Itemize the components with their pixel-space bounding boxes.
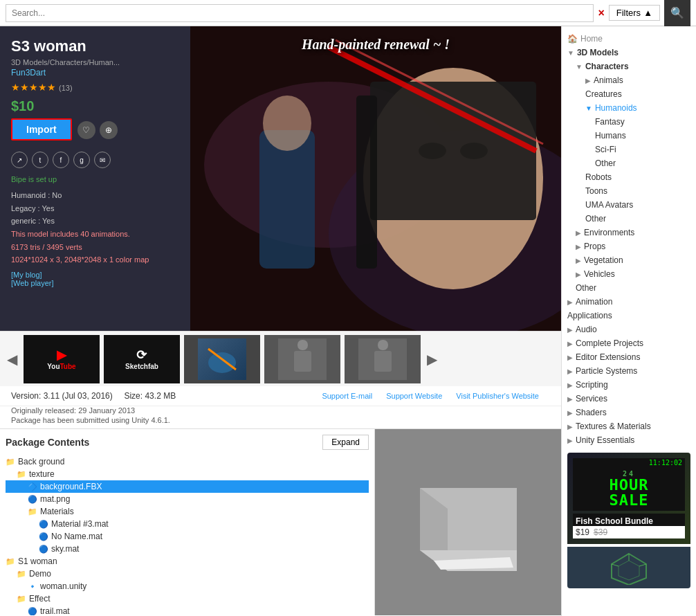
svg-rect-21 <box>385 372 392 378</box>
sidebar-item-home[interactable]: 🏠 Home <box>562 32 696 46</box>
home-icon: 🏠 <box>567 34 578 44</box>
wishlist-icon[interactable]: ♡ <box>77 121 95 139</box>
svg-point-12 <box>208 352 236 373</box>
tree-item-materials[interactable]: 📁 Materials <box>6 505 369 518</box>
filters-button[interactable]: Filters ▲ <box>609 5 660 21</box>
tree-item-background-fbx[interactable]: 🔷 background.FBX <box>6 480 369 493</box>
sidebar-item-scifi[interactable]: Sci-Fi <box>562 143 696 156</box>
expand-arrow-animation: ▶ <box>567 298 573 306</box>
sidebar-item-creatures[interactable]: Creatures <box>562 87 696 101</box>
sidebar-item-toons[interactable]: Toons <box>562 184 696 198</box>
expand-arrow-humanoids: ▼ <box>585 105 592 112</box>
svg-line-31 <box>612 564 619 566</box>
sidebar-item-humanoid-other[interactable]: Other <box>562 156 696 170</box>
sidebar-item-3dmodels-other[interactable]: Other <box>562 281 696 295</box>
tree-item-background[interactable]: 📁 Back ground <box>6 455 369 468</box>
share-icon[interactable]: ↗ <box>11 152 28 168</box>
webplayer-link[interactable]: [Web player] <box>11 279 179 287</box>
folder-icon: 📁 <box>17 595 26 604</box>
thumbnail-front[interactable] <box>264 335 340 383</box>
svg-rect-18 <box>378 340 388 350</box>
twitter-icon[interactable]: t <box>32 152 48 168</box>
sidebar-item-unity-essentials[interactable]: ▶ Unity Essentials <box>562 433 696 447</box>
sidebar-item-services[interactable]: ▶ Services <box>562 392 696 406</box>
tree-item-texture[interactable]: 📁 texture <box>6 468 369 480</box>
product-image-overlay: Hand-painted renewal ~ ! <box>190 37 561 53</box>
sidebar-item-editor-extensions[interactable]: ▶ Editor Extensions <box>562 350 696 364</box>
thumbnail-youtube[interactable]: ▶ YouTube <box>24 335 100 383</box>
sidebar-item-3dmodels[interactable]: ▼ 3D Models <box>562 46 696 60</box>
sidebar-item-environments[interactable]: ▶ Environments <box>562 226 696 239</box>
tree-item-s1woman[interactable]: 📁 S1 woman <box>6 555 369 568</box>
sidebar-item-props[interactable]: ▶ Props <box>562 239 696 253</box>
thumbnail-action[interactable] <box>184 335 260 383</box>
tree-item-noname[interactable]: 🔵 No Name.mat <box>6 530 369 543</box>
thumb-side-img <box>371 340 395 378</box>
tree-item-woman-unity[interactable]: 🔹 woman.unity <box>6 580 369 592</box>
thumb-next-button[interactable]: ▶ <box>423 351 441 368</box>
sidebar-item-characters-other[interactable]: Other <box>562 212 696 226</box>
publisher-website-link[interactable]: Visit Publisher's Website <box>456 392 539 400</box>
sidebar-item-scripting[interactable]: ▶ Scripting <box>562 378 696 392</box>
support-email-link[interactable]: Support E-mail <box>322 392 372 400</box>
filters-arrow-icon: ▲ <box>643 8 652 18</box>
sidebar-item-animals[interactable]: ▶ Animals <box>562 73 696 87</box>
svg-rect-9 <box>356 96 377 269</box>
clear-button[interactable]: × <box>598 7 604 19</box>
sidebar-item-animation[interactable]: ▶ Animation <box>562 295 696 309</box>
blog-link[interactable]: [My blog] <box>11 271 179 279</box>
add-icon[interactable]: ⊕ <box>100 121 118 139</box>
content-area: S3 woman 3D Models/Characters/Human... F… <box>0 26 561 616</box>
expand-arrow-animals: ▶ <box>585 77 591 84</box>
thumbnail-sketchfab[interactable]: ⟳ Sketchfab <box>104 335 180 383</box>
svg-point-4 <box>263 96 311 151</box>
google-icon[interactable]: g <box>73 152 90 168</box>
thumbnail-side[interactable] <box>345 335 421 383</box>
sidebar-item-shaders[interactable]: ▶ Shaders <box>562 406 696 419</box>
expand-button[interactable]: Expand <box>322 435 369 450</box>
support-website-link[interactable]: Support Website <box>386 392 442 400</box>
sidebar-item-uma[interactable]: UMA Avatars <box>562 198 696 212</box>
sidebar-ad[interactable]: 11:12:02 24 HOUR SALE Fish School Bundle… <box>567 453 690 588</box>
sidebar-item-audio[interactable]: ▶ Audio <box>562 323 696 336</box>
ad2-box[interactable] <box>567 547 690 588</box>
sidebar-item-particle-systems[interactable]: ▶ Particle Systems <box>562 364 696 378</box>
sidebar-item-textures-materials[interactable]: ▶ Textures & Materials <box>562 419 696 433</box>
tree-item-material3[interactable]: 🔵 Material #3.mat <box>6 518 369 530</box>
thumb-prev-button[interactable]: ◀ <box>3 351 21 368</box>
expand-arrow-props: ▶ <box>576 243 581 251</box>
sidebar-item-humans[interactable]: Humans <box>562 129 696 143</box>
sidebar-item-applications[interactable]: Applications <box>562 309 696 323</box>
search-button[interactable]: 🔍 <box>664 0 690 26</box>
ad2-graphic <box>608 550 650 585</box>
sidebar-item-vegetation[interactable]: ▶ Vegetation <box>562 253 696 267</box>
sidebar-item-characters[interactable]: ▼ Characters <box>562 60 696 73</box>
sidebar-item-vehicles[interactable]: ▶ Vehicles <box>562 267 696 281</box>
character-svg <box>190 26 561 331</box>
thumb-action-img <box>205 342 239 377</box>
product-links: [My blog] [Web player] <box>11 271 179 287</box>
svg-marker-28 <box>619 561 639 580</box>
tree-item-mat-png[interactable]: 🔵 mat.png <box>6 493 369 505</box>
preview-3d <box>406 474 531 571</box>
sidebar-item-robots[interactable]: Robots <box>562 170 696 184</box>
tree-item-demo[interactable]: 📁 Demo <box>6 568 369 580</box>
expand-arrow-environments: ▶ <box>576 229 581 237</box>
product-author[interactable]: Fun3Dart <box>11 68 179 78</box>
expand-arrow-editor-extensions: ▶ <box>567 354 573 361</box>
ad-time: 11:12:02 <box>573 458 685 467</box>
tree-item-sky[interactable]: 🔵 sky.mat <box>6 543 369 555</box>
folder-icon: 📁 <box>17 570 26 579</box>
tree-item-trail-mat[interactable]: 🔵 trail.mat <box>6 605 369 615</box>
facebook-icon[interactable]: f <box>53 152 69 168</box>
search-icon: 🔍 <box>670 6 684 19</box>
tree-item-effect[interactable]: 📁 Effect <box>6 592 369 605</box>
search-input[interactable] <box>6 4 594 22</box>
email-icon[interactable]: ✉ <box>94 152 111 168</box>
sidebar-item-complete-projects[interactable]: ▶ Complete Projects <box>562 336 696 350</box>
sidebar-item-fantasy[interactable]: Fantasy <box>562 115 696 129</box>
svg-rect-17 <box>304 372 311 378</box>
sidebar-item-humanoids[interactable]: ▼ Humanoids <box>562 101 696 115</box>
thumb-front-img <box>291 340 315 378</box>
import-button[interactable]: Import <box>11 118 72 141</box>
